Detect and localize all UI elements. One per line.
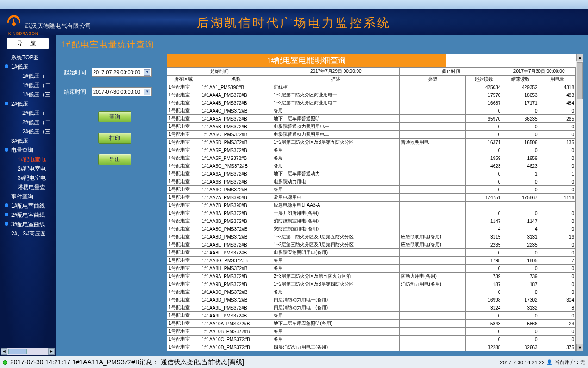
table-cell: 187 <box>502 280 539 288</box>
end-time-input[interactable]: 2017-07-30 00:00:00 ▼ <box>92 87 152 96</box>
table-cell: 16 <box>539 233 575 241</box>
table-row[interactable]: 1号配电室1#1AA7A_PMS390#B常用电源用电1747511758671… <box>167 194 576 202</box>
table-cell: 进线柜 <box>272 83 400 91</box>
table-row[interactable]: 1号配电室1#1AA5C_PMS372#B电影院普通动力照明用电二000 <box>167 131 576 139</box>
query-button[interactable]: 查询 <box>98 111 131 122</box>
table-row[interactable]: 1号配电室1#1AA5F_PMS372#B备用195919590 <box>167 154 576 162</box>
table-cell: 1#1AA1_PMS390#B <box>200 83 272 91</box>
table-cell: 备用 <box>272 186 400 194</box>
table-row[interactable]: 1号配电室1#1AA4A_PMS372#B1~2层第二防火分区商业用电一1757… <box>167 91 576 99</box>
table-row[interactable]: 1号配电室1#1AA9B_PMS372#B1~2层第三防火分区及3层第四防火分区… <box>167 280 576 288</box>
table-row[interactable]: 1号配电室1#1AA8D_PMS372#B1~2层第二防火分区及3层第五防火分区… <box>167 233 576 241</box>
table-cell: 备用 <box>272 336 400 343</box>
table-row[interactable]: 1号配电室1#1AA10C_PMS372#B备用000 <box>167 336 576 343</box>
table-cell: 429352 <box>502 83 539 91</box>
nav-item[interactable]: 1#低压（一 <box>0 71 56 81</box>
nav-item[interactable]: 2#配电室电 <box>0 164 56 173</box>
table-cell <box>400 131 466 139</box>
table-row[interactable]: 1号配电室1#1AA8B_PMS372#B消防控制室用电(备用)11471147… <box>167 217 576 225</box>
scroll-thumb[interactable] <box>8 349 27 354</box>
table-row[interactable]: 1号配电室1#1AA8C_PMS372#B安防控制室用电(备用)440 <box>167 225 576 233</box>
nav-item[interactable]: 1#低压（三 <box>0 90 56 99</box>
nav-item[interactable]: 3#配电室电 <box>0 173 56 183</box>
nav-item[interactable]: 1#配电室电 <box>0 155 56 164</box>
nav-item[interactable]: 塔楼电量查 <box>0 183 56 192</box>
table-row[interactable]: 1号配电室1#1AA8F_PMS372#B电影院应急照明用电(备用)000 <box>167 249 576 257</box>
table-cell: 1号配电室 <box>167 304 200 312</box>
table-row[interactable]: 1号配电室1#1AA9A_PMS372#B2~3层第二防火分区及第五防火分区消防… <box>167 273 576 280</box>
table-cell <box>400 202 466 209</box>
table-cell: 1号配电室 <box>167 320 200 328</box>
table-row[interactable]: 1号配电室1#1AA10E_PMS372#B四层消防动力用电四(备用)30122… <box>167 351 576 352</box>
nav-item[interactable]: 2#配电室曲线 <box>0 210 56 220</box>
table-row[interactable]: 1号配电室1#1AA4B_PMS372#B1~2层第二防火分区商业用电二1668… <box>167 99 576 107</box>
table-row[interactable]: 1号配电室1#1AA8H_PMS372#B备用000 <box>167 265 576 273</box>
nav-item[interactable]: 3#低压 <box>0 136 56 146</box>
table-cell: 1#1AA6B_PMS372#B <box>200 178 272 186</box>
table-row[interactable]: 1号配电室1#1AA10D_PMS372#B四层消防动力用电三(备用)32288… <box>167 343 576 351</box>
scroll-thumb[interactable] <box>577 62 583 99</box>
table-row[interactable]: 1号配电室1#1AA5B_PMS372#B电影院普通动力照明用电一000 <box>167 123 576 131</box>
table-row[interactable]: 1号配电室1#1AA8G_PMS372#B备用179818057 <box>167 257 576 265</box>
nav-item[interactable]: 2#低压（一 <box>0 108 56 118</box>
nav-item[interactable]: 1#低压 <box>0 62 56 71</box>
table-cell: 1#1AA8E_PMS372#B <box>200 241 272 249</box>
print-button[interactable]: 打印 <box>98 133 131 144</box>
status-user: 当前用户：无 <box>555 359 585 366</box>
table-row[interactable]: 1号配电室1#1AA7B_PMS390#B应急电源用电1FAA3-A <box>167 202 576 209</box>
scroll-left-icon[interactable]: ◄ <box>1 348 7 355</box>
table-cell: 消防动力用电(备用) <box>400 280 466 288</box>
table-cell: 4 <box>502 225 539 233</box>
table-cell: 0 <box>466 123 502 131</box>
table-vscrollbar[interactable]: ▲ ▼ <box>576 54 583 351</box>
scroll-right-icon[interactable]: ► <box>48 348 55 355</box>
table-cell <box>400 343 466 351</box>
table-cell: 1 <box>539 170 575 178</box>
table-row[interactable]: 1号配电室1#1AA9D_PMS372#B四层消防动力用电一(备用)169981… <box>167 296 576 304</box>
table-row[interactable]: 1号配电室1#1AA5D_PMS372#B1~2层第二防火分区及3层第五防火分区… <box>167 139 576 146</box>
table-row[interactable]: 1号配电室1#1AA5A_PMS372#B地下二层车库普通照明659706623… <box>167 115 576 123</box>
table-cell: 0 <box>466 249 502 257</box>
table-row[interactable]: 1号配电室1#1AA10A_PMS372#B地下二层车库应急照明(备用)5843… <box>167 320 576 328</box>
nav-item[interactable]: 系统TOP图 <box>0 53 56 62</box>
table-cell: 1#1AA7B_PMS390#B <box>200 202 272 209</box>
table-cell: 4623 <box>502 162 539 170</box>
table-cell: 普通照明用电 <box>400 139 466 146</box>
table-row[interactable]: 1号配电室1#1AA9E_PMS372#B四层消防动力用电二(备用)312431… <box>167 304 576 312</box>
table-row[interactable]: 1号配电室1#1AA10B_PMS372#B备用000 <box>167 328 576 336</box>
nav-item[interactable]: 1#配电室曲线 <box>0 201 56 210</box>
table-row[interactable]: 1号配电室1#1AA9F_PMS372#B备用000 <box>167 312 576 320</box>
nav-item[interactable]: 2#低压 <box>0 99 56 108</box>
table-row[interactable]: 1号配电室1#1AA5G_PMS372#B备用462346230 <box>167 162 576 170</box>
table-row[interactable]: 1号配电室1#1AA6C_PMS372#B备用000 <box>167 186 576 194</box>
nav-item[interactable]: 2#低压（二 <box>0 118 56 127</box>
nav-item[interactable]: 3#配电室曲线 <box>0 220 56 229</box>
table-cell: 1号配电室 <box>167 351 200 352</box>
table-row[interactable]: 1号配电室1#1AA5E_PMS372#B备用000 <box>167 146 576 154</box>
table-row[interactable]: 1号配电室1#1AA6B_PMS372#B电影院动力用电000 <box>167 178 576 186</box>
table-cell <box>400 328 466 336</box>
table-cell <box>400 186 466 194</box>
table-cell: 0 <box>466 146 502 154</box>
table-row[interactable]: 1号配电室1#1AA8E_PMS372#B1~2层第三防火分区及3层第四防火分区… <box>167 241 576 249</box>
table-row[interactable]: 1号配电室1#1AA9C_PMS372#B备用000 <box>167 288 576 296</box>
dropdown-icon[interactable]: ▼ <box>144 69 150 76</box>
table-row[interactable]: 1号配电室1#1AA6A_PMS372#B地下二层车库普通动力011 <box>167 170 576 178</box>
nav-item[interactable]: 电量查询 <box>0 146 56 155</box>
scroll-down-icon[interactable]: ▼ <box>576 344 583 351</box>
nav-item[interactable]: 2#低压（三 <box>0 127 56 136</box>
table-cell: 18053 <box>502 91 539 99</box>
nav-hscrollbar[interactable]: ◄ ► <box>1 348 55 355</box>
dropdown-icon[interactable]: ▼ <box>144 89 150 95</box>
nav-item[interactable]: 2#、3#高压图 <box>0 229 56 238</box>
export-button[interactable]: 导出 <box>98 154 131 165</box>
table-row[interactable]: 1号配电室1#1AA8A_PMS372#B一层开闭所用电(备用)000 <box>167 209 576 217</box>
table-row[interactable]: 1号配电室1#1AA4C_PMS372#B备用000 <box>167 107 576 115</box>
nav-item[interactable]: 1#低压（二 <box>0 81 56 90</box>
nav-item[interactable]: 事件查询 <box>0 192 56 201</box>
scroll-up-icon[interactable]: ▲ <box>576 54 583 61</box>
start-time-input[interactable]: 2017-07-29 00:00:00 ▼ <box>92 68 152 77</box>
table-title: 1#配电室电能明细查询 <box>167 54 446 67</box>
table-cell: 1号配电室 <box>167 107 200 115</box>
table-row[interactable]: 1号配电室1#1AA1_PMS390#B进线柜4250344293524318 <box>167 83 576 91</box>
